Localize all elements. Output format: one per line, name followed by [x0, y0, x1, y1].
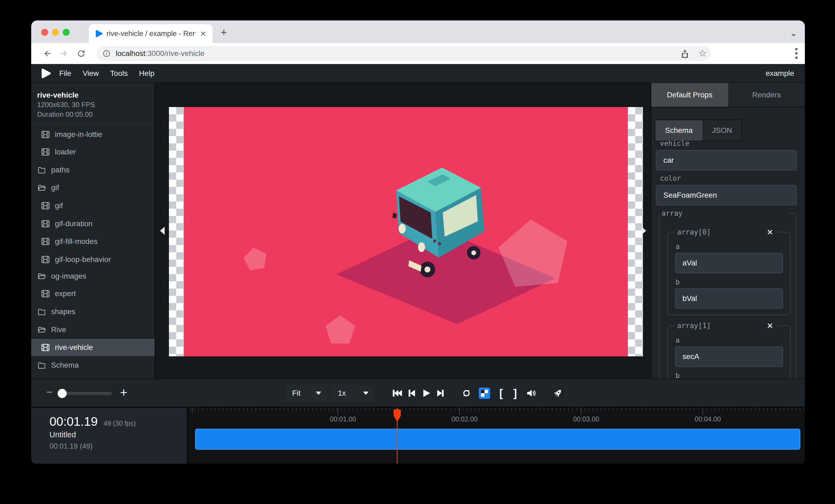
- zoom-out-button[interactable]: −: [44, 386, 55, 399]
- ruler-tick: [450, 408, 451, 411]
- prop-input-a[interactable]: secA: [675, 346, 783, 367]
- prop-input-a[interactable]: aVal: [675, 253, 783, 273]
- rocket-icon[interactable]: [552, 387, 564, 399]
- ruler-tick: [572, 408, 573, 411]
- ruler-tick: [637, 408, 638, 411]
- preview-canvas-region: [156, 83, 649, 379]
- ruler-tick: [617, 408, 618, 411]
- sidebar-item-schema[interactable]: Schema: [31, 357, 155, 374]
- menu-items: FileViewToolsHelp: [59, 64, 155, 83]
- menu-view[interactable]: View: [83, 69, 99, 78]
- transparency-toggle-button[interactable]: [479, 387, 490, 399]
- zoom-in-button[interactable]: +: [118, 385, 130, 400]
- ruler-tick: [731, 408, 731, 411]
- zoom-slider-knob[interactable]: [58, 389, 67, 398]
- sidebar-item-shapes[interactable]: shapes: [31, 303, 155, 320]
- ruler-tick: [463, 408, 463, 411]
- speed-select[interactable]: 1x: [331, 384, 374, 402]
- sidebar-item-image-in-lottie[interactable]: image-in-lottie: [31, 126, 155, 143]
- remove-array-item-icon[interactable]: ✕: [767, 321, 773, 331]
- film-icon: [41, 343, 50, 352]
- forward-icon[interactable]: [59, 49, 69, 58]
- menu-help[interactable]: Help: [139, 69, 155, 78]
- collapse-panel-icon[interactable]: [641, 227, 646, 235]
- prop-input-b[interactable]: bVal: [675, 288, 783, 309]
- ruler-tick: [357, 408, 358, 411]
- tab-search-chevron-icon[interactable]: ⌄: [790, 27, 798, 38]
- sidebar-item-gif[interactable]: gif: [31, 197, 155, 214]
- remotion-logo-icon[interactable]: [41, 68, 51, 79]
- new-tab-button[interactable]: +: [218, 27, 230, 39]
- ruler-tick: [601, 408, 601, 411]
- jump-to-start-button[interactable]: [391, 387, 403, 399]
- tab-renders[interactable]: Renders: [728, 83, 805, 107]
- volume-icon[interactable]: [525, 387, 537, 399]
- composition-duration: Duration 00:05.00: [37, 110, 93, 119]
- back-icon[interactable]: [42, 49, 52, 58]
- tab-close-icon[interactable]: ✕: [199, 29, 208, 39]
- main-area: rive-vehicle 1200x630, 30 FPS Duration 0…: [31, 83, 805, 379]
- prop-input-vehicle[interactable]: car: [656, 150, 797, 170]
- menu-file[interactable]: File: [59, 69, 71, 78]
- ruler-tick: [779, 408, 780, 411]
- sidebar-item-label: Rive: [51, 326, 66, 334]
- prop-label-a: a: [675, 243, 783, 251]
- ruler-tick: [312, 408, 313, 411]
- ruler-tick: [373, 408, 374, 411]
- prop-input-color[interactable]: SeaFoamGreen: [656, 185, 797, 206]
- track-duration: 00:01.19 (49): [49, 442, 93, 450]
- ruler-tick: [653, 408, 654, 411]
- ruler-tick: [707, 408, 707, 411]
- ruler-tick: [662, 408, 662, 411]
- ruler-tick: [308, 408, 309, 411]
- share-icon[interactable]: [680, 49, 690, 58]
- ruler-tick: [633, 408, 634, 411]
- browser-address-bar: localhost:3000/rive-vehicle ☆: [31, 43, 805, 64]
- site-info-icon[interactable]: [102, 49, 111, 58]
- timeline-track-area[interactable]: 00:01.0000:02.0000:03.0000:04.00: [188, 408, 805, 464]
- size-select[interactable]: Fit: [286, 384, 327, 402]
- ruler-tick: [747, 408, 748, 411]
- collapse-sidebar-icon[interactable]: [160, 227, 165, 235]
- sidebar-item-label: gif: [55, 202, 63, 210]
- sidebar-item-loader[interactable]: loader: [31, 143, 155, 161]
- play-button[interactable]: [420, 387, 432, 399]
- browser-tab[interactable]: rive-vehicle / example - Remot ✕: [89, 24, 212, 43]
- ruler-tick: [767, 408, 768, 411]
- sidebar-item-paths[interactable]: paths: [31, 161, 155, 178]
- sidebar-item-expert[interactable]: expert: [31, 285, 155, 302]
- previous-frame-button[interactable]: [406, 387, 418, 399]
- sidebar-item-og-images[interactable]: og-images: [31, 268, 155, 285]
- remove-array-item-icon[interactable]: ✕: [767, 228, 773, 237]
- browser-window: rive-vehicle / example - Remot ✕ + ⌄ loc…: [31, 20, 805, 464]
- out-point-button[interactable]: ]: [511, 387, 519, 399]
- sidebar-item-gif-loop-behavior[interactable]: gif-loop-behavior: [31, 251, 155, 268]
- reload-icon[interactable]: [76, 49, 86, 58]
- timeline-info-panel: 00:01.19 49 (30 fps) Untitled 00:01.19 (…: [31, 408, 187, 464]
- loop-toggle-icon[interactable]: [461, 387, 472, 399]
- playhead-handle[interactable]: [393, 410, 401, 422]
- traffic-minimize-button[interactable]: [52, 29, 59, 36]
- ruler-tick: [621, 408, 622, 411]
- sidebar-item-rive[interactable]: Rive: [31, 321, 155, 338]
- sidebar-item-label: image-in-lottie: [55, 130, 102, 139]
- sidebar-item-gif-fill-modes[interactable]: gif-fill-modes: [31, 233, 155, 250]
- next-frame-button[interactable]: [435, 387, 447, 399]
- sidebar-item-rive-vehicle[interactable]: rive-vehicle: [31, 339, 155, 356]
- ruler-tick: [727, 408, 727, 411]
- url-omnibox[interactable]: localhost:3000/rive-vehicle ☆: [97, 46, 711, 61]
- ruler-tick: [446, 408, 447, 411]
- ruler-label: 00:01.00: [322, 415, 365, 423]
- sidebar-item-gif[interactable]: gif: [31, 179, 155, 196]
- traffic-zoom-button[interactable]: [63, 29, 70, 36]
- bookmark-star-icon[interactable]: ☆: [698, 48, 707, 59]
- traffic-close-button[interactable]: [41, 29, 48, 36]
- browser-menu-icon[interactable]: [795, 48, 798, 59]
- ruler-tick: [771, 408, 772, 411]
- timeline-track-bar[interactable]: [195, 429, 800, 450]
- tab-default-props[interactable]: Default Props: [651, 83, 728, 107]
- menu-tools[interactable]: Tools: [110, 69, 127, 78]
- sidebar-item-gif-duration[interactable]: gif-duration: [31, 215, 155, 232]
- ruler-tick-start: [192, 408, 192, 413]
- in-point-button[interactable]: [: [497, 387, 505, 399]
